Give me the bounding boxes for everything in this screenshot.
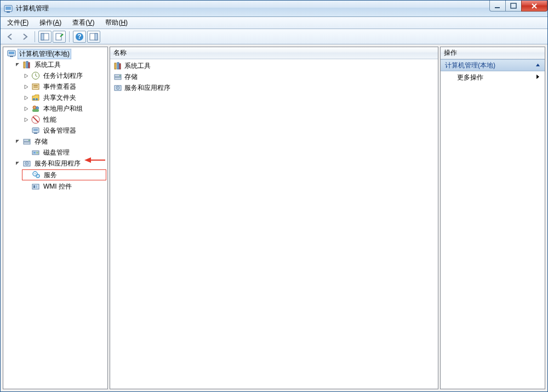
properties-button[interactable] bbox=[53, 31, 66, 43]
menubar: 文件(F) 操作(A) 查看(V) 帮助(H) bbox=[1, 17, 547, 29]
svg-rect-36 bbox=[33, 152, 36, 154]
svg-text:?: ? bbox=[77, 33, 81, 41]
list-item-system-tools[interactable]: 系统工具 bbox=[111, 60, 437, 71]
tree-wmi-control[interactable]: WMI 控件 bbox=[22, 181, 106, 192]
tree-services[interactable]: 服务 bbox=[22, 169, 106, 180]
disk-mgmt-icon bbox=[31, 148, 40, 157]
forward-button[interactable] bbox=[18, 31, 31, 43]
list-column-header[interactable]: 名称 bbox=[110, 47, 438, 59]
collapse-icon[interactable] bbox=[14, 138, 21, 145]
svg-point-53 bbox=[119, 75, 121, 76]
svg-point-26 bbox=[36, 107, 39, 110]
svg-point-23 bbox=[33, 98, 35, 100]
chevron-right-icon bbox=[536, 74, 540, 81]
tree-device-manager-label: 设备管理器 bbox=[42, 126, 78, 136]
menu-help[interactable]: 帮助(H) bbox=[102, 17, 131, 29]
collapse-icon[interactable] bbox=[14, 160, 21, 167]
list-item-label: 系统工具 bbox=[124, 61, 151, 71]
expand-icon[interactable] bbox=[23, 72, 30, 79]
actions-more-label: 更多操作 bbox=[457, 73, 483, 82]
tree-root[interactable]: 计算机管理(本地) bbox=[4, 48, 106, 59]
tree-event-viewer[interactable]: 事件查看器 bbox=[22, 81, 106, 92]
help-button[interactable]: ? bbox=[73, 31, 86, 43]
svg-rect-18 bbox=[28, 63, 30, 68]
tree-task-scheduler[interactable]: 任务计划程序 bbox=[22, 70, 106, 81]
svg-rect-16 bbox=[24, 62, 25, 68]
list-item-services-apps[interactable]: 服务和应用程序 bbox=[111, 82, 437, 93]
show-hide-action-pane-button[interactable] bbox=[87, 31, 100, 43]
svg-point-56 bbox=[117, 87, 118, 88]
expand-icon[interactable] bbox=[23, 94, 30, 101]
svg-point-34 bbox=[28, 140, 30, 141]
tree-shared-folders[interactable]: 共享文件夹 bbox=[22, 92, 106, 103]
tree-local-users-label: 本地用户和组 bbox=[42, 104, 84, 114]
svg-rect-31 bbox=[33, 129, 38, 131]
collapse-icon[interactable] bbox=[14, 61, 21, 68]
svg-rect-47 bbox=[36, 185, 37, 188]
expand-icon[interactable] bbox=[23, 116, 30, 123]
list-item-label: 服务和应用程序 bbox=[124, 83, 170, 93]
tree-device-manager[interactable]: 设备管理器 bbox=[22, 125, 106, 136]
performance-icon bbox=[31, 115, 40, 124]
svg-rect-2 bbox=[7, 12, 10, 13]
computer-mgmt-icon bbox=[7, 49, 16, 58]
tree-storage[interactable]: 存储 bbox=[13, 136, 106, 147]
collapse-triangle-icon bbox=[535, 61, 540, 69]
expand-icon[interactable] bbox=[23, 105, 30, 112]
close-button[interactable] bbox=[521, 1, 547, 12]
system-tools-icon bbox=[113, 61, 122, 70]
tree-services-apps[interactable]: 服务和应用程序 bbox=[13, 158, 106, 169]
tree-system-tools[interactable]: 系统工具 bbox=[13, 59, 106, 70]
device-manager-icon bbox=[31, 126, 40, 135]
menu-action[interactable]: 操作(A) bbox=[36, 17, 65, 29]
maximize-button[interactable] bbox=[505, 1, 522, 12]
svg-rect-33 bbox=[24, 142, 30, 144]
svg-rect-21 bbox=[33, 85, 38, 86]
storage-icon bbox=[22, 137, 31, 146]
tree-event-viewer-label: 事件查看器 bbox=[42, 82, 78, 92]
storage-icon bbox=[113, 72, 122, 81]
svg-rect-22 bbox=[33, 87, 38, 88]
actions-more-actions[interactable]: 更多操作 bbox=[441, 71, 545, 83]
svg-rect-30 bbox=[34, 133, 37, 134]
svg-rect-52 bbox=[115, 77, 121, 79]
back-button[interactable] bbox=[4, 31, 17, 43]
toolbar-separator bbox=[35, 31, 35, 42]
minimize-button[interactable] bbox=[489, 1, 506, 12]
list-item-storage[interactable]: 存储 bbox=[111, 71, 437, 82]
menu-view[interactable]: 查看(V) bbox=[69, 17, 98, 29]
tree-performance-label: 性能 bbox=[42, 115, 58, 125]
svg-rect-48 bbox=[115, 63, 116, 69]
users-icon bbox=[31, 104, 40, 113]
window-buttons bbox=[490, 1, 547, 12]
services-icon bbox=[32, 171, 41, 179]
tree-performance[interactable]: 性能 bbox=[22, 114, 106, 125]
actions-group-header[interactable]: 计算机管理(本地) bbox=[441, 59, 545, 71]
svg-point-24 bbox=[36, 98, 38, 100]
svg-point-25 bbox=[33, 106, 36, 109]
svg-rect-12 bbox=[95, 33, 98, 40]
toolbar: ? bbox=[1, 29, 547, 44]
svg-rect-49 bbox=[117, 63, 119, 69]
tree-system-tools-label: 系统工具 bbox=[33, 60, 62, 70]
svg-rect-50 bbox=[119, 64, 121, 69]
show-hide-tree-button[interactable] bbox=[38, 31, 52, 43]
clock-icon bbox=[31, 71, 40, 80]
tree-local-users[interactable]: 本地用户和组 bbox=[22, 103, 106, 114]
svg-rect-46 bbox=[33, 185, 35, 188]
menu-file[interactable]: 文件(F) bbox=[4, 17, 32, 29]
tree-shared-folders-label: 共享文件夹 bbox=[42, 93, 78, 103]
actions-pane: 操作 计算机管理(本地) 更多操作 bbox=[440, 47, 545, 389]
tree-disk-management[interactable]: 磁盘管理 bbox=[22, 147, 106, 158]
svg-point-43 bbox=[35, 173, 36, 174]
svg-rect-17 bbox=[26, 61, 28, 68]
actions-group-label: 计算机管理(本地) bbox=[445, 61, 495, 70]
expand-icon[interactable] bbox=[23, 83, 30, 90]
svg-rect-1 bbox=[5, 7, 11, 10]
shared-folder-icon bbox=[31, 93, 40, 102]
titlebar[interactable]: 计算机管理 bbox=[1, 1, 547, 17]
svg-rect-37 bbox=[36, 152, 38, 154]
window-title: 计算机管理 bbox=[16, 4, 49, 13]
system-tools-icon bbox=[22, 60, 31, 69]
list-pane: 名称 系统工具 存储 bbox=[110, 47, 438, 389]
